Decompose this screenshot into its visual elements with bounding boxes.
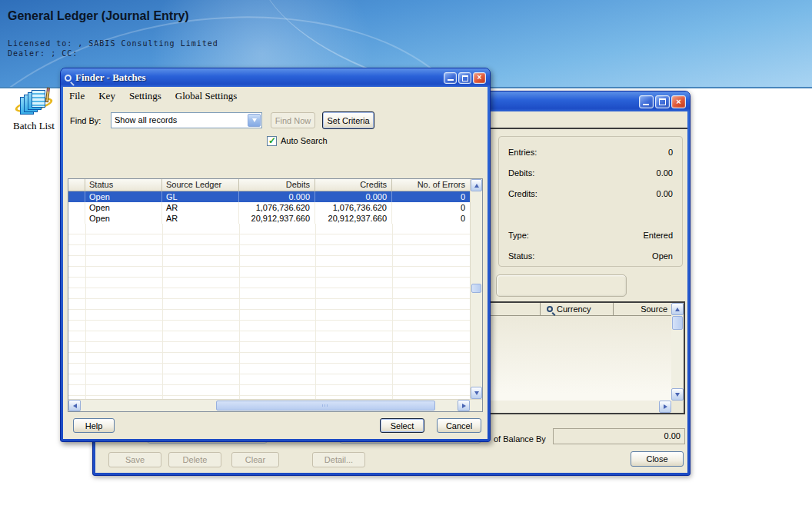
scroll-up-button[interactable]	[471, 179, 482, 191]
help-button[interactable]: Help	[73, 418, 115, 433]
debits-column-header[interactable]: Debits	[239, 179, 315, 191]
scroll-right-button[interactable]	[458, 400, 470, 411]
table-row[interactable]: Open AR 1,076,736.620 1,076,736.620 0	[68, 202, 470, 213]
close-button[interactable]	[671, 95, 686, 108]
finder-magnifier-icon[interactable]	[547, 306, 553, 312]
batch-list-icon	[17, 89, 51, 118]
batch-list-label: Batch List	[5, 120, 63, 132]
credits-value: 0.00	[657, 189, 673, 198]
scrollbar-corner	[671, 401, 684, 413]
close-icon	[672, 96, 685, 108]
status-label: Status:	[508, 251, 534, 261]
currency-column-header[interactable]: Currency	[541, 303, 614, 315]
clear-button[interactable]: Clear	[231, 452, 279, 467]
set-criteria-button[interactable]: Set Criteria	[322, 111, 374, 129]
finder-body: File Key Settings Global Settings Find B…	[63, 87, 488, 439]
scroll-up-button[interactable]	[671, 303, 684, 315]
menu-global-settings[interactable]: Global Settings	[175, 90, 238, 102]
scroll-down-button[interactable]	[471, 387, 482, 399]
empty-rows-area	[68, 224, 470, 399]
finder-titlebar[interactable]: Finder - Batches	[61, 68, 490, 87]
find-by-selected-value: Show all records	[115, 115, 177, 125]
errors-column-header[interactable]: No. of Errors	[392, 179, 470, 191]
debits-label: Debits:	[508, 168, 534, 178]
finder-menubar: File Key Settings Global Settings	[63, 87, 488, 105]
menu-file[interactable]: File	[69, 90, 85, 102]
auto-search-label: Auto Search	[281, 136, 328, 145]
out-of-balance-field[interactable]: 0.00	[553, 428, 685, 444]
scroll-thumb[interactable]	[216, 401, 435, 411]
source-column-header[interactable]: Source	[614, 303, 671, 315]
app-title: General Ledger (Journal Entry)	[8, 9, 189, 23]
auto-search-checkbox[interactable]	[267, 136, 277, 146]
close-window-button[interactable]: Close	[631, 451, 684, 467]
row-selector-column-header[interactable]	[68, 179, 85, 191]
cancel-button[interactable]: Cancel	[437, 418, 481, 433]
type-value: Entered	[643, 231, 673, 240]
status-value: Open	[652, 251, 673, 261]
maximize-button[interactable]	[655, 95, 670, 108]
detail-grid-vertical-scrollbar[interactable]	[671, 303, 684, 401]
credits-column-header[interactable]: Credits	[315, 179, 392, 191]
scroll-right-button[interactable]	[659, 401, 671, 413]
find-now-button[interactable]: Find Now	[271, 112, 315, 128]
scroll-down-button[interactable]	[671, 388, 684, 401]
table-vertical-scrollbar[interactable]	[470, 179, 482, 399]
finder-batches-dialog: Finder - Batches File Key Settings Globa…	[60, 68, 491, 442]
currency-header-label: Currency	[557, 304, 591, 314]
entries-value: 0	[668, 148, 673, 157]
select-button[interactable]: Select	[380, 418, 424, 433]
maximize-icon	[462, 75, 468, 81]
chevron-down-icon[interactable]	[248, 114, 261, 127]
batches-table: Status Source Ledger Debits Credits No. …	[68, 178, 483, 412]
detail-button[interactable]: Detail...	[312, 452, 365, 467]
out-of-balance-label: of Balance By	[494, 434, 546, 444]
batch-totals-panel: Entries:0 Debits:0.00 Credits:0.00 Type:…	[498, 136, 683, 267]
scroll-thumb[interactable]	[471, 284, 481, 293]
dealer-text: Dealer: ; CC:	[8, 49, 78, 58]
scroll-thumb[interactable]	[672, 316, 683, 330]
scroll-left-button[interactable]	[68, 400, 81, 411]
close-button[interactable]	[473, 72, 486, 84]
minimize-button[interactable]	[444, 72, 457, 84]
menu-settings[interactable]: Settings	[129, 90, 161, 102]
delete-button[interactable]: Delete	[168, 452, 221, 467]
licensed-to-text: Licensed to: , SABIS Consulting Limited	[8, 39, 218, 48]
debits-value: 0.00	[657, 168, 673, 178]
description-field[interactable]	[496, 274, 627, 297]
find-by-label: Find By:	[70, 116, 101, 125]
menu-key[interactable]: Key	[98, 90, 115, 102]
batches-table-header: Status Source Ledger Debits Credits No. …	[68, 179, 470, 191]
find-by-dropdown[interactable]: Show all records	[111, 112, 262, 128]
maximize-button[interactable]	[458, 72, 471, 84]
credits-label: Credits:	[508, 189, 537, 198]
desktop: General Ledger (Journal Entry) Licensed …	[0, 0, 812, 512]
finder-title: Finder - Batches	[75, 71, 145, 84]
batch-list-shortcut[interactable]: Batch List	[5, 89, 63, 132]
status-column-header[interactable]: Status	[85, 179, 162, 191]
magnifier-icon	[65, 75, 72, 81]
minimize-icon	[643, 104, 649, 105]
save-button[interactable]: Save	[108, 452, 161, 467]
type-label: Type:	[508, 231, 529, 240]
source-ledger-column-header[interactable]: Source Ledger	[162, 179, 239, 191]
table-row[interactable]: Open AR 20,912,937.660 20,912,937.660 0	[68, 213, 470, 224]
maximize-icon	[659, 98, 666, 105]
table-row[interactable]: Open GL 0.000 0.000 0	[68, 191, 470, 202]
close-icon	[474, 73, 485, 83]
minimize-icon	[448, 79, 454, 81]
entries-label: Entries:	[508, 148, 537, 157]
table-horizontal-scrollbar[interactable]	[68, 399, 482, 411]
minimize-button[interactable]	[639, 95, 654, 108]
